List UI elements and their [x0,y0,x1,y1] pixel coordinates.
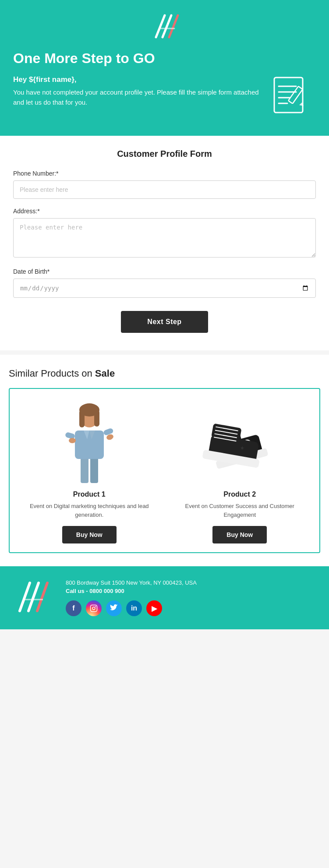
svg-point-48 [95,606,96,607]
footer-logo-icon [13,579,53,614]
svg-line-43 [28,583,39,611]
footer-logo [13,579,53,616]
logo-area [13,13,316,39]
svg-point-22 [69,438,76,443]
linkedin-icon[interactable]: in [126,600,142,616]
product-1-name: Product 1 [18,490,160,498]
svg-rect-13 [75,430,104,459]
form-section: Customer Profile Form Phone Number:* Add… [0,136,329,350]
product-2-buy-button[interactable]: Buy Now [212,526,267,543]
product-1-desc: Event on Digital marketing techniques an… [18,502,160,519]
product-card-2: ★ [169,398,311,543]
product-2-name: Product 2 [169,490,311,498]
footer-phone: Call us - 0800 000 900 [66,588,316,594]
dob-group: Date of Birth* [13,268,316,298]
twitter-icon[interactable] [106,600,122,616]
svg-rect-46 [91,605,97,612]
form-title: Customer Profile Form [13,149,316,159]
phone-input[interactable] [13,180,316,199]
products-title: Similar Products on Sale [9,368,320,379]
address-group: Address:* [13,208,316,259]
products-grid: Product 1 Event on Digital marketing tec… [18,398,311,543]
header-text: Hey ${first name}, You have not complete… [13,75,263,107]
phone-group: Phone Number:* [13,170,316,199]
address-label: Address:* [13,208,316,215]
header-description: You have not completed your account prof… [13,88,263,107]
svg-rect-18 [79,410,85,427]
next-step-button[interactable]: Next Step [121,311,208,333]
footer-address: 800 Bordway Suit 1500 New York, NY 00042… [66,579,316,586]
dob-label: Date of Birth* [13,268,316,275]
header-section: One More Step to GO Hey ${first name}, Y… [0,0,329,136]
svg-rect-21 [103,427,114,436]
svg-point-47 [92,607,95,610]
header-title: One More Step to GO [13,50,316,67]
youtube-icon[interactable]: ▶ [146,600,162,616]
product-2-image: ★ [200,409,279,474]
footer-info: 800 Bordway Suit 1500 New York, NY 00042… [66,579,316,616]
products-grid-wrapper: Product 1 Event on Digital marketing tec… [9,388,320,553]
header-illustration [272,75,316,115]
footer: 800 Bordway Suit 1500 New York, NY 00042… [0,566,329,629]
product-card-1: Product 1 Event on Digital marketing tec… [18,398,160,543]
logo-icon [147,13,182,39]
dob-input[interactable] [13,279,316,298]
svg-line-44 [37,583,47,611]
product-2-image-area: ★ [169,398,311,485]
instagram-icon[interactable] [86,600,102,616]
svg-rect-19 [94,410,99,427]
facebook-icon[interactable]: f [66,600,81,616]
svg-line-42 [20,583,30,611]
social-icons: f in ▶ [66,600,316,616]
header-greeting: Hey ${first name}, [13,75,263,84]
product-2-desc: Event on Customer Success and Customer E… [169,502,311,519]
product-1-image [57,398,122,485]
product-1-buy-button[interactable]: Buy Now [62,526,117,543]
products-section: Similar Products on Sale [0,355,329,566]
phone-label: Phone Number:* [13,170,316,177]
svg-rect-9 [288,86,303,104]
address-input[interactable] [13,218,316,258]
product-1-image-area [18,398,160,485]
